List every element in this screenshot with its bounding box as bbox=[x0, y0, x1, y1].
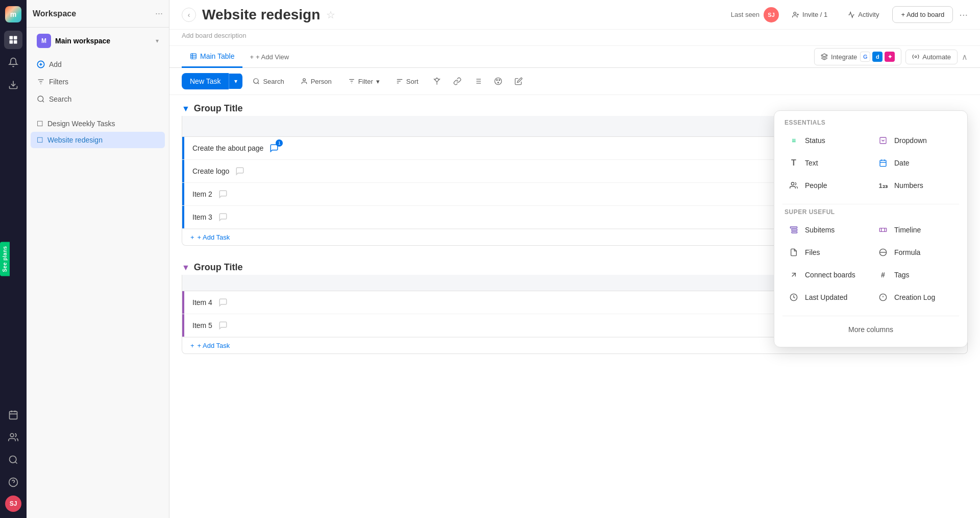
formula-icon bbox=[877, 246, 889, 258]
col-task-header-2 bbox=[184, 279, 778, 287]
connect-boards-icon bbox=[788, 269, 800, 281]
sort-toolbar-button[interactable]: Sort bbox=[390, 74, 425, 89]
sidebar-item-design-weekly[interactable]: ☐ Design Weekly Tasks bbox=[31, 115, 165, 132]
row-task-name[interactable]: Item 2 bbox=[184, 183, 778, 205]
google-integration-icon: G bbox=[860, 52, 870, 62]
sidebar-actions: Add Filters Search bbox=[27, 54, 169, 109]
row-task-name[interactable]: Create logo bbox=[184, 160, 778, 182]
row-task-name[interactable]: Create the about page 1 bbox=[184, 137, 778, 159]
nav-search[interactable] bbox=[4, 451, 22, 469]
svg-point-9 bbox=[10, 434, 14, 437]
dropdown-item-date[interactable]: Date bbox=[872, 153, 959, 173]
tabs-bar: Main Table + + Add View Integrate G d ✦ … bbox=[169, 46, 980, 68]
dropdown-icon bbox=[877, 134, 889, 147]
group-2-chevron-icon[interactable]: ▼ bbox=[182, 263, 190, 272]
dropdown-item-status[interactable]: ≡ Status bbox=[782, 130, 870, 151]
timeline-label: Timeline bbox=[894, 226, 921, 234]
automate-label: Automate bbox=[922, 53, 951, 61]
chat-badge: 1 bbox=[276, 139, 283, 147]
user-avatar-bottom[interactable]: SJ bbox=[5, 496, 21, 512]
columns-icon-button[interactable] bbox=[470, 73, 486, 89]
creation-log-icon bbox=[877, 291, 889, 303]
connect-boards-label: Connect boards bbox=[805, 271, 855, 279]
col-task-header bbox=[184, 122, 778, 130]
dropdown-item-connect-boards[interactable]: Connect boards bbox=[782, 265, 870, 285]
date-label: Date bbox=[894, 159, 910, 167]
see-plans-badge[interactable]: See plans bbox=[0, 242, 10, 276]
sidebar-more-button[interactable]: ··· bbox=[155, 8, 163, 19]
app-logo[interactable]: m bbox=[5, 6, 21, 22]
new-task-main-button[interactable]: New Task bbox=[182, 73, 229, 89]
new-task-button[interactable]: New Task ▾ bbox=[182, 73, 242, 89]
dropdown-item-dropdown[interactable]: Dropdown bbox=[872, 130, 959, 151]
activity-button[interactable]: Activity bbox=[841, 8, 886, 21]
row-task-name[interactable]: Item 3 bbox=[184, 206, 778, 228]
dropdown-item-formula[interactable]: Formula bbox=[872, 242, 959, 263]
nav-calendar[interactable] bbox=[4, 406, 22, 424]
chat-icon[interactable] bbox=[216, 319, 230, 332]
chat-icon[interactable] bbox=[216, 187, 230, 201]
row-task-name[interactable]: Item 5 bbox=[184, 315, 778, 336]
header-more-button[interactable]: ··· bbox=[959, 9, 968, 20]
dropdown-item-timeline[interactable]: Timeline bbox=[872, 220, 959, 240]
workspace-selector[interactable]: M Main workspace ▾ bbox=[31, 30, 165, 52]
sidebar: Workspace ··· M Main workspace ▾ Add Fil… bbox=[27, 0, 169, 518]
tags-icon: # bbox=[877, 269, 889, 281]
collapse-tabs-button[interactable]: ∧ bbox=[962, 52, 968, 62]
svg-point-59 bbox=[791, 182, 794, 185]
search-toolbar-label: Search bbox=[263, 78, 284, 85]
add-to-board-button[interactable]: + Add to board bbox=[892, 6, 953, 23]
favorite-star-icon[interactable]: ☆ bbox=[326, 9, 335, 21]
dropdown-item-people[interactable]: People bbox=[782, 175, 870, 196]
new-task-dropdown-button[interactable]: ▾ bbox=[229, 74, 242, 89]
edit-icon-button[interactable] bbox=[510, 73, 527, 89]
board-title: Website redesign bbox=[202, 7, 320, 23]
status-label: Status bbox=[805, 136, 825, 145]
nav-download[interactable] bbox=[4, 76, 22, 94]
svg-line-31 bbox=[258, 83, 259, 84]
dropdown-item-files[interactable]: Files bbox=[782, 242, 870, 263]
row-task-name[interactable]: Item 4 bbox=[184, 292, 778, 313]
sidebar-search-button[interactable]: Search bbox=[31, 91, 165, 107]
collapse-sidebar-button[interactable]: ‹ bbox=[182, 8, 196, 22]
svg-point-48 bbox=[499, 80, 500, 81]
chat-with-badge[interactable]: 1 bbox=[267, 142, 281, 155]
add-view-tab[interactable]: + + Add View bbox=[242, 49, 296, 65]
sidebar-add-button[interactable]: Add bbox=[31, 56, 165, 73]
dropdown-item-subitems[interactable]: Subitems bbox=[782, 220, 870, 240]
pin-icon-button[interactable] bbox=[429, 73, 445, 89]
person-toolbar-button[interactable]: Person bbox=[295, 74, 338, 89]
group-1-title[interactable]: Group Title bbox=[194, 103, 243, 114]
dropdown-item-text[interactable]: T Text bbox=[782, 153, 870, 173]
nav-boards[interactable] bbox=[4, 31, 22, 49]
last-updated-icon bbox=[788, 291, 800, 303]
sidebar-filters-button[interactable]: Filters bbox=[31, 74, 165, 90]
nav-help[interactable] bbox=[4, 473, 22, 491]
invite-button[interactable]: Invite / 1 bbox=[785, 8, 835, 21]
chat-icon[interactable] bbox=[216, 296, 230, 309]
filter-toolbar-button[interactable]: Filter ▾ bbox=[342, 74, 386, 89]
dropdown-item-numbers[interactable]: 1₂₃ Numbers bbox=[872, 175, 959, 196]
board-description[interactable]: Add board description bbox=[169, 30, 980, 46]
group-2-title[interactable]: Group Title bbox=[194, 262, 243, 273]
link-icon-button[interactable] bbox=[449, 73, 465, 89]
palette-icon-button[interactable] bbox=[490, 73, 506, 89]
tab-main-table[interactable]: Main Table bbox=[182, 46, 242, 68]
nav-team[interactable] bbox=[4, 428, 22, 446]
automate-button[interactable]: Automate bbox=[905, 50, 958, 64]
dropdown-item-last-updated[interactable]: Last Updated bbox=[782, 287, 870, 308]
dropdown-item-creation-log[interactable]: Creation Log bbox=[872, 287, 959, 308]
svg-point-46 bbox=[495, 78, 501, 84]
search-toolbar-button[interactable]: Search bbox=[247, 74, 290, 89]
chat-icon[interactable] bbox=[216, 210, 230, 224]
dropdown-item-tags[interactable]: # Tags bbox=[872, 265, 959, 285]
sidebar-item-website-redesign[interactable]: ☐ Website redesign bbox=[31, 132, 165, 148]
nav-notifications[interactable] bbox=[4, 53, 22, 72]
more-columns-button[interactable]: More columns bbox=[782, 320, 959, 339]
group-1-chevron-icon[interactable]: ▼ bbox=[182, 104, 190, 113]
task-name-text: Create logo bbox=[192, 167, 229, 175]
integrate-button[interactable]: Integrate G d ✦ bbox=[814, 48, 901, 65]
chat-icon[interactable] bbox=[233, 164, 247, 178]
add-task-label-2: + Add Task bbox=[198, 342, 230, 349]
tabs-right: Integrate G d ✦ Automate ∧ bbox=[814, 48, 968, 65]
